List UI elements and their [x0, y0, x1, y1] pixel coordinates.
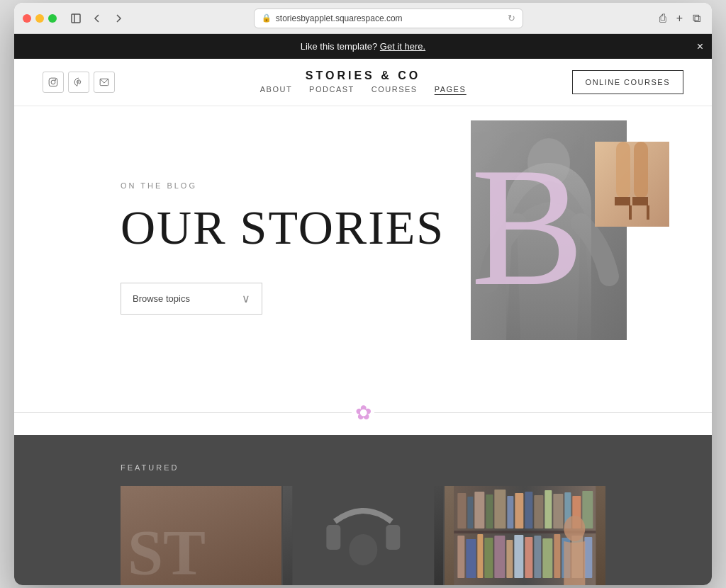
clover-icon: ✿	[355, 401, 372, 424]
nav-about[interactable]: ABOUT	[260, 85, 292, 95]
site-title-area: STORIES & CO ABOUT PODCAST COURSES PAGES	[260, 69, 467, 95]
featured-item-2[interactable]	[283, 486, 444, 585]
svg-rect-22	[468, 497, 474, 528]
tab-overview-button[interactable]: ⧉	[690, 11, 703, 26]
svg-rect-21	[458, 493, 467, 528]
section-divider: ✿	[14, 390, 712, 435]
svg-point-18	[349, 534, 377, 565]
svg-rect-29	[535, 495, 544, 528]
svg-rect-12	[634, 142, 648, 198]
site-nav: ABOUT PODCAST COURSES PAGES	[260, 85, 467, 95]
social-icons	[43, 72, 115, 93]
svg-rect-30	[545, 490, 552, 528]
nav-pages[interactable]: PAGES	[435, 85, 467, 95]
svg-rect-16	[326, 525, 340, 550]
browse-topics-dropdown[interactable]: Browse topics ∨	[121, 283, 262, 315]
svg-point-4	[55, 79, 56, 80]
svg-rect-0	[72, 14, 80, 23]
svg-rect-27	[515, 493, 524, 528]
svg-rect-11	[616, 142, 630, 198]
address-bar[interactable]: 🔒 storiesbyapplet.squarespace.com ↻	[254, 9, 523, 28]
forward-button[interactable]	[111, 12, 126, 25]
svg-point-3	[51, 80, 55, 84]
fullscreen-button[interactable]	[48, 14, 57, 23]
svg-rect-25	[495, 490, 506, 528]
instagram-icon-button[interactable]	[43, 72, 64, 93]
svg-rect-39	[485, 538, 493, 578]
pinterest-icon-button[interactable]	[68, 72, 89, 93]
hero-secondary-image	[595, 142, 669, 227]
svg-rect-26	[508, 496, 514, 528]
hero-section: ON THE BLOG OUR STORIES Browse topics ∨ …	[14, 106, 712, 390]
hero-left-content: ON THE BLOG OUR STORIES Browse topics ∨	[121, 181, 605, 315]
svg-rect-42	[515, 535, 524, 578]
svg-rect-49	[585, 537, 593, 578]
close-button[interactable]	[23, 14, 31, 23]
svg-rect-10	[595, 142, 669, 227]
svg-rect-23	[475, 492, 485, 528]
clover-divider-icon: ✿	[352, 401, 374, 424]
featured-item-3[interactable]	[445, 486, 605, 585]
reload-icon[interactable]: ↻	[508, 13, 515, 23]
svg-rect-37	[467, 539, 476, 578]
hero-label: ON THE BLOG	[121, 181, 605, 190]
cta-online-courses-button[interactable]: ONLINE COURSES	[572, 70, 683, 94]
browser-window: 🔒 storiesbyapplet.squarespace.com ↻ ⎙ + …	[14, 3, 712, 585]
nav-podcast[interactable]: PODCAST	[309, 85, 354, 95]
svg-rect-36	[458, 536, 465, 578]
sidebar-toggle[interactable]	[68, 12, 84, 25]
website-content: Like this template? Get it here. ×	[14, 34, 712, 585]
svg-rect-38	[478, 534, 484, 578]
close-notification-button[interactable]: ×	[697, 40, 703, 53]
svg-rect-41	[507, 540, 513, 578]
notification-bar: Like this template? Get it here. ×	[14, 34, 712, 59]
featured-item-1[interactable]: ST	[121, 486, 281, 585]
svg-rect-43	[525, 537, 533, 578]
notification-text: Like this template?	[301, 41, 380, 52]
big-yst-text: ST	[128, 521, 206, 585]
browser-titlebar: 🔒 storiesbyapplet.squarespace.com ↻ ⎙ + …	[14, 3, 712, 34]
svg-rect-2	[49, 78, 57, 86]
site-title: STORIES & CO	[260, 69, 467, 82]
new-tab-button[interactable]: +	[674, 11, 686, 26]
notification-link[interactable]: Get it here.	[380, 41, 425, 52]
featured-grid: ST	[121, 486, 605, 585]
nav-courses[interactable]: COURSES	[372, 85, 418, 95]
svg-rect-40	[495, 536, 506, 578]
svg-rect-24	[486, 494, 493, 528]
svg-rect-28	[525, 492, 533, 528]
svg-rect-45	[543, 538, 553, 578]
email-icon-button[interactable]	[94, 72, 115, 93]
traffic-lights	[23, 14, 57, 23]
svg-rect-44	[535, 536, 542, 578]
browser-actions: ⎙ + ⧉	[657, 11, 703, 26]
minimize-button[interactable]	[35, 14, 44, 23]
featured-label: Featured	[121, 463, 605, 472]
svg-rect-17	[386, 525, 400, 550]
address-text: storiesbyapplet.squarespace.com	[276, 13, 403, 23]
site-header: STORIES & CO ABOUT PODCAST COURSES PAGES…	[14, 59, 712, 106]
chevron-down-icon: ∨	[242, 292, 250, 305]
svg-point-50	[564, 516, 586, 541]
svg-rect-46	[554, 534, 561, 578]
back-button[interactable]	[89, 12, 105, 25]
hero-title: OUR STORIES	[121, 201, 605, 254]
lock-icon: 🔒	[262, 13, 272, 23]
browse-topics-label: Browse topics	[133, 293, 190, 304]
featured-section: Featured ST	[14, 435, 712, 585]
share-button[interactable]: ⎙	[657, 11, 669, 26]
svg-rect-31	[554, 494, 564, 528]
